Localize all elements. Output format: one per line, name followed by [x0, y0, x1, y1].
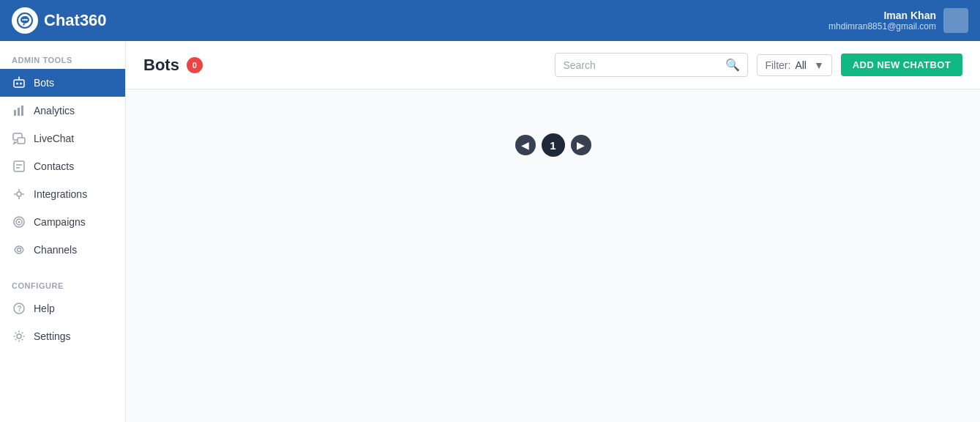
next-arrow-icon: ▶ — [577, 139, 585, 151]
sidebar-item-bots[interactable]: Bots — [0, 69, 125, 97]
sidebar-item-integrations[interactable]: Integrations — [0, 180, 125, 208]
svg-rect-10 — [18, 108, 20, 116]
integrations-icon — [12, 187, 26, 201]
svg-point-8 — [18, 77, 20, 78]
bots-icon — [12, 75, 26, 90]
add-chatbot-button[interactable]: ADD NEW CHATBOT — [841, 53, 962, 76]
bots-label: Bots — [34, 77, 54, 89]
current-page: 1 — [542, 133, 565, 157]
integrations-label: Integrations — [34, 188, 87, 200]
logo-icon — [12, 7, 38, 34]
configure-label: CONFIGURE — [0, 275, 125, 295]
header-actions: 🔍 Filter: All ▼ ADD NEW CHATBOT — [555, 53, 962, 77]
user-info-area: Iman Khan mhdimran8851@gmail.com — [828, 8, 968, 33]
channels-icon — [12, 243, 26, 257]
svg-point-2 — [22, 19, 23, 21]
logo-text: Chat360 — [44, 11, 107, 30]
svg-point-6 — [16, 83, 18, 85]
sidebar-item-analytics[interactable]: Analytics — [0, 97, 125, 125]
next-page-button[interactable]: ▶ — [571, 135, 591, 155]
svg-point-7 — [20, 83, 22, 85]
contacts-icon — [12, 159, 26, 174]
livechat-icon — [12, 131, 26, 146]
sidebar-item-channels[interactable]: Channels — [0, 236, 125, 264]
help-icon: ? — [12, 301, 26, 316]
filter-dropdown[interactable]: Filter: All ▼ — [757, 54, 831, 76]
svg-point-3 — [24, 19, 26, 21]
svg-point-25 — [18, 248, 21, 252]
search-icon: 🔍 — [725, 58, 740, 72]
svg-point-17 — [17, 192, 21, 196]
search-input[interactable] — [563, 59, 719, 71]
svg-rect-13 — [18, 138, 25, 144]
channels-label: Channels — [34, 244, 77, 256]
sidebar-item-campaigns[interactable]: Campaigns — [0, 208, 125, 236]
sidebar-item-help[interactable]: ? Help — [0, 295, 125, 322]
analytics-icon — [12, 103, 26, 118]
svg-text:?: ? — [18, 305, 22, 313]
contacts-label: Contacts — [34, 160, 74, 172]
campaigns-icon — [12, 215, 26, 229]
svg-rect-14 — [14, 161, 24, 171]
campaigns-label: Campaigns — [34, 216, 86, 228]
filter-label: Filter: — [765, 59, 790, 71]
content-header: Bots 0 🔍 Filter: All ▼ ADD NEW CHATBOT — [126, 41, 980, 89]
page-title: Bots — [143, 56, 179, 75]
settings-icon — [12, 329, 26, 344]
search-box[interactable]: 🔍 — [555, 53, 748, 77]
chevron-down-icon: ▼ — [814, 59, 824, 71]
pagination: ◀ 1 ▶ — [515, 133, 591, 157]
content-body: ◀ 1 ▶ — [126, 89, 980, 422]
app-header: Chat360 Iman Khan mhdimran8851@gmail.com — [0, 0, 980, 41]
main-content: Bots 0 🔍 Filter: All ▼ ADD NEW CHATBOT — [126, 41, 980, 422]
livechat-label: LiveChat — [34, 133, 74, 144]
user-name: Iman Khan — [828, 10, 936, 21]
analytics-label: Analytics — [34, 105, 75, 116]
svg-point-4 — [26, 19, 27, 21]
logo: Chat360 — [12, 7, 107, 34]
main-layout: ADMIN TOOLS Bots An — [0, 41, 980, 422]
user-email: mhdimran8851@gmail.com — [828, 21, 936, 32]
sidebar: ADMIN TOOLS Bots An — [0, 41, 126, 422]
bots-count-badge: 0 — [187, 57, 203, 73]
admin-tools-label: ADMIN TOOLS — [0, 50, 125, 69]
filter-value: All — [795, 59, 807, 71]
settings-label: Settings — [34, 330, 71, 342]
svg-rect-9 — [14, 110, 16, 116]
svg-rect-11 — [21, 106, 23, 116]
sidebar-item-contacts[interactable]: Contacts — [0, 152, 125, 180]
title-area: Bots 0 — [143, 56, 203, 75]
sidebar-item-settings[interactable]: Settings — [0, 322, 125, 350]
svg-point-24 — [18, 221, 20, 223]
prev-page-button[interactable]: ◀ — [515, 135, 536, 155]
avatar[interactable] — [943, 8, 968, 33]
sidebar-item-livechat[interactable]: LiveChat — [0, 125, 125, 152]
prev-arrow-icon: ◀ — [521, 139, 529, 151]
user-details: Iman Khan mhdimran8851@gmail.com — [828, 10, 936, 32]
svg-point-28 — [17, 334, 21, 338]
help-label: Help — [34, 303, 55, 314]
svg-rect-5 — [14, 80, 24, 87]
